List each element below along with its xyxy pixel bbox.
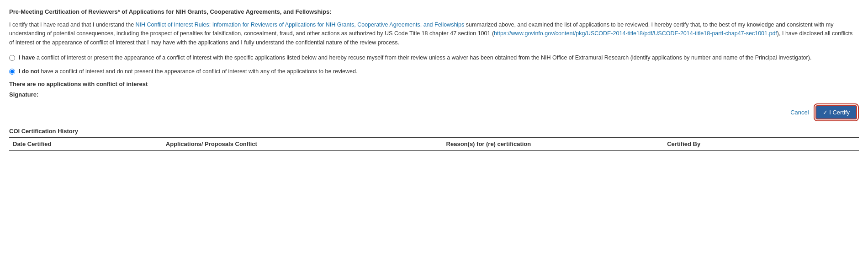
radio-conflict-rest: a conflict of interest or present the ap… (35, 54, 811, 61)
page-title: Pre-Meeting Certification of Reviewers* … (9, 8, 859, 15)
col-header-certified-by: Certified By (663, 137, 859, 150)
radio-has-conflict: I have a conflict of interest or present… (9, 54, 859, 62)
certification-paragraph: I certify that I have read and that I un… (9, 21, 859, 47)
no-conflict-message: There are no applications with conflict … (9, 81, 859, 87)
cancel-link[interactable]: Cancel (790, 109, 809, 116)
table-header-row: Date Certified Applications/ Proposals C… (9, 137, 859, 150)
radio-no-conflict-input[interactable] (9, 69, 15, 75)
col-header-reasons: Reason(s) for (re) certification (443, 137, 664, 150)
radio-no-conflict: I do not have a conflict of interest and… (9, 67, 859, 76)
radio-conflict-bold: I have (19, 54, 35, 61)
radio-conflict-label: I have a conflict of interest or present… (19, 54, 811, 62)
action-bar: Cancel ✓ I Certify (9, 102, 859, 123)
page-container: Pre-Meeting Certification of Reviewers* … (0, 0, 868, 151)
coi-rules-link[interactable]: NIH Conflict of Interest Rules: Informat… (136, 22, 465, 28)
certify-button[interactable]: ✓ I Certify (815, 105, 857, 119)
col-header-date-certified: Date Certified (9, 137, 162, 150)
radio-no-conflict-bold: I do not (19, 68, 39, 75)
uscode-link[interactable]: https://www.govinfo.gov/content/pkg/USCO… (494, 30, 777, 37)
radio-no-conflict-label: I do not have a conflict of interest and… (19, 67, 357, 76)
radio-no-conflict-rest: have a conflict of interest and do not p… (39, 68, 357, 75)
history-table: Date Certified Applications/ Proposals C… (9, 137, 859, 151)
history-section-title: COI Certification History (9, 128, 859, 135)
col-header-apps-conflict: Applications/ Proposals Conflict (162, 137, 443, 150)
radio-conflict-input[interactable] (9, 55, 15, 61)
signature-label: Signature: (9, 91, 859, 98)
